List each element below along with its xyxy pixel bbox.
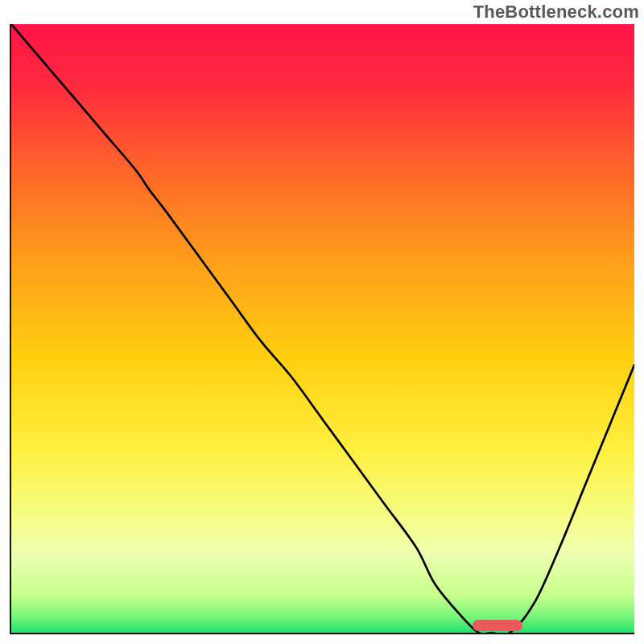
plot-area [10,24,634,634]
gradient-background [11,24,634,633]
optimal-range-marker [473,620,522,631]
watermark-text: TheBottleneck.com [473,2,639,23]
bottleneck-chart: TheBottleneck.com [0,0,644,644]
bottleneck-curve [11,24,634,633]
